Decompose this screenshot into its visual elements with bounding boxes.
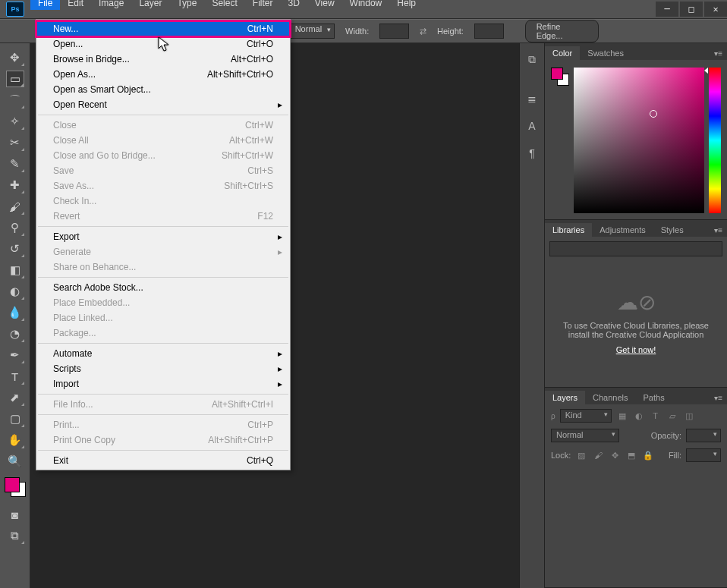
maximize-button[interactable]: □ — [680, 2, 703, 17]
lock-artboard-icon[interactable]: ⬒ — [625, 449, 637, 461]
swap-icon[interactable]: ⇄ — [420, 27, 426, 36]
tool-heal[interactable]: ✚ — [6, 177, 24, 193]
panel-column: Color Swatches ▾≡ Libraries Adjustments … — [545, 43, 727, 588]
menu-image[interactable]: Image — [91, 0, 131, 10]
tool-type[interactable]: T — [6, 368, 24, 385]
tool-stamp[interactable]: ⚲ — [6, 219, 24, 236]
get-it-now-link[interactable]: Get it now! — [616, 345, 656, 354]
height-input[interactable] — [474, 24, 504, 39]
menu-item-print: Print...Ctrl+P — [36, 417, 290, 432]
width-input[interactable] — [379, 24, 409, 39]
filter-type-icon[interactable]: T — [650, 410, 662, 422]
menu-item-open-as-smart-object[interactable]: Open as Smart Object... — [36, 82, 290, 97]
tool-dodge[interactable]: ◔ — [6, 325, 24, 342]
tools-panel: ✥ ▭ ⌒ ✧ ✂ ✎ ✚ 🖌 ⚲ ↺ ◧ ◐ 💧 ◔ ✒ T ⬈ ▢ ✋ 🔍 … — [0, 43, 30, 588]
menu-3d[interactable]: 3D — [280, 0, 307, 10]
tool-eraser[interactable]: ◧ — [6, 262, 24, 278]
menu-item-scripts[interactable]: Scripts — [36, 361, 290, 376]
tool-shape[interactable]: ▢ — [6, 410, 24, 427]
tool-blur[interactable]: 💧 — [6, 304, 24, 321]
tool-screenmode[interactable]: ⧉ — [6, 527, 24, 544]
tool-quickmask[interactable]: ◙ — [6, 506, 24, 523]
layers-filter-kind[interactable]: Kind — [560, 409, 612, 423]
tab-color[interactable]: Color — [545, 46, 580, 60]
menu-filter[interactable]: Filter — [245, 0, 281, 10]
close-button[interactable]: ✕ — [704, 2, 727, 17]
menu-item-automate[interactable]: Automate — [36, 346, 290, 361]
lock-all-icon[interactable]: 🔒 — [642, 449, 654, 461]
menu-file[interactable]: File — [30, 0, 60, 10]
tool-marquee[interactable]: ▭ — [6, 71, 24, 87]
library-select[interactable] — [549, 241, 722, 256]
layers-panel-menu-icon[interactable]: ▾≡ — [710, 391, 727, 404]
menu-item-place-embedded: Place Embedded... — [36, 295, 290, 310]
tool-hand[interactable]: ✋ — [6, 432, 24, 448]
menu-item-share-on-behance: Share on Behance... — [36, 259, 290, 275]
layers-filter-label: ρ — [551, 412, 555, 420]
history-panel-icon[interactable]: ⧉ — [524, 51, 540, 68]
lock-transparent-icon[interactable]: ▨ — [575, 449, 587, 461]
character-panel-icon[interactable]: A — [524, 118, 540, 134]
fg-bg-swatch[interactable] — [551, 68, 569, 86]
menu-item-new[interactable]: New...Ctrl+N — [36, 21, 290, 36]
menu-item-exit[interactable]: ExitCtrl+Q — [36, 453, 290, 468]
menu-type[interactable]: Type — [169, 0, 204, 10]
minimize-button[interactable]: ─ — [656, 2, 678, 17]
tool-brush[interactable]: 🖌 — [6, 198, 24, 215]
filter-smart-icon[interactable]: ◫ — [683, 410, 695, 422]
blend-mode[interactable]: Normal — [551, 429, 619, 442]
refine-edge-button[interactable]: Refine Edge... — [525, 20, 599, 42]
menu-item-import[interactable]: Import — [36, 376, 290, 391]
tab-paths[interactable]: Paths — [636, 391, 672, 404]
fill-input[interactable] — [686, 448, 721, 462]
tab-styles[interactable]: Styles — [653, 223, 691, 237]
menu-window[interactable]: Window — [342, 0, 390, 10]
tool-wand[interactable]: ✧ — [6, 113, 24, 130]
color-picker[interactable] — [574, 68, 704, 213]
opacity-input[interactable] — [686, 429, 721, 442]
tool-pen[interactable]: ✒ — [6, 347, 24, 363]
libraries-panel-menu-icon[interactable]: ▾≡ — [710, 224, 727, 237]
tool-lasso[interactable]: ⌒ — [6, 92, 24, 108]
blend-mode-select[interactable]: Normal — [290, 24, 335, 39]
tool-zoom[interactable]: 🔍 — [6, 453, 24, 470]
color-swatches[interactable] — [5, 477, 26, 497]
tab-adjustments[interactable]: Adjustments — [592, 223, 653, 237]
tool-crop[interactable]: ✂ — [6, 134, 24, 151]
menu-item-open[interactable]: Open...Ctrl+O — [36, 36, 290, 52]
tab-swatches[interactable]: Swatches — [580, 46, 631, 60]
lock-pixels-icon[interactable]: 🖌 — [592, 449, 604, 461]
tool-gradient[interactable]: ◐ — [6, 283, 24, 300]
tool-path[interactable]: ⬈ — [6, 389, 24, 406]
tab-channels[interactable]: Channels — [585, 391, 635, 404]
menu-item-search-adobe-stock[interactable]: Search Adobe Stock... — [36, 280, 290, 295]
menu-edit[interactable]: Edit — [60, 0, 91, 10]
libraries-message: To use Creative Cloud Libraries, please … — [563, 321, 709, 339]
menu-layer[interactable]: Layer — [131, 0, 169, 10]
lock-position-icon[interactable]: ✥ — [609, 449, 621, 461]
filter-adjust-icon[interactable]: ◐ — [633, 410, 645, 422]
tool-eyedropper[interactable]: ✎ — [6, 156, 24, 172]
tab-layers[interactable]: Layers — [545, 391, 585, 404]
menu-item-export[interactable]: Export — [36, 229, 290, 244]
fill-label: Fill: — [669, 451, 681, 460]
tab-libraries[interactable]: Libraries — [545, 223, 592, 237]
hue-slider[interactable] — [709, 68, 721, 213]
menu-view[interactable]: View — [307, 0, 342, 10]
properties-panel-icon[interactable]: ≣ — [524, 90, 540, 107]
filter-pixel-icon[interactable]: ▦ — [616, 410, 628, 422]
paragraph-panel-icon[interactable]: ¶ — [524, 145, 540, 162]
menu-item-browse-in-bridge[interactable]: Browse in Bridge...Alt+Ctrl+O — [36, 52, 290, 67]
app-logo: Ps — [6, 2, 24, 17]
tool-history[interactable]: ↺ — [6, 241, 24, 257]
menu-item-open-as[interactable]: Open As...Alt+Shift+Ctrl+O — [36, 67, 290, 82]
tool-move[interactable]: ✥ — [6, 49, 24, 66]
filter-shape-icon[interactable]: ▱ — [666, 410, 678, 422]
menu-item-package: Package... — [36, 325, 290, 341]
menu-item-close: CloseCtrl+W — [36, 118, 290, 133]
color-panel-menu-icon[interactable]: ▾≡ — [710, 47, 727, 60]
menu-item-close-and-go-to-bridge: Close and Go to Bridge...Shift+Ctrl+W — [36, 148, 290, 163]
menu-help[interactable]: Help — [389, 0, 423, 10]
menu-select[interactable]: Select — [204, 0, 244, 10]
menu-item-open-recent[interactable]: Open Recent — [36, 97, 290, 112]
